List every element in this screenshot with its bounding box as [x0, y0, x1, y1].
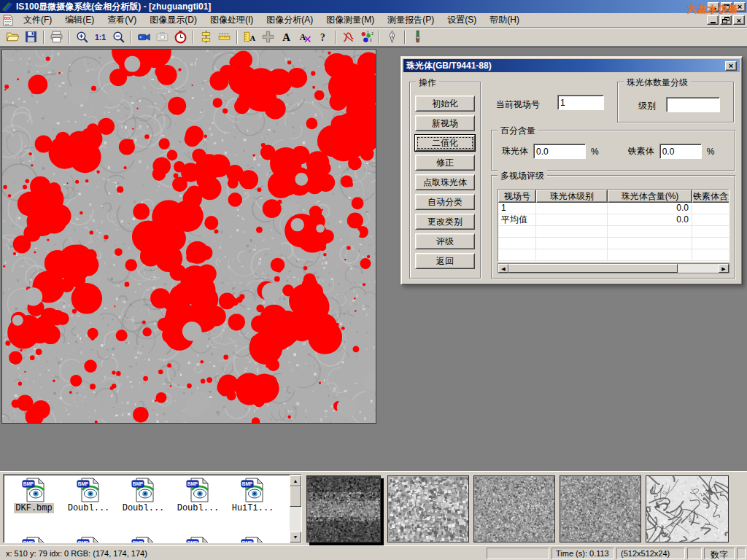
- dialog-button-init[interactable]: 初始化: [415, 96, 475, 112]
- thumbnail-2[interactable]: [387, 475, 469, 542]
- menu-item-help[interactable]: 帮助(H): [483, 12, 526, 28]
- scroll-right-icon[interactable]: ▶: [719, 264, 729, 273]
- dialog-title-bar[interactable]: 珠光体(GB/T9441-88) ×: [403, 59, 740, 72]
- grid-header-1[interactable]: 珠光体级别: [536, 190, 608, 203]
- dialog-button-pick-pearlite[interactable]: 点取珠光体: [415, 174, 475, 190]
- bmp-file-icon: BMP: [22, 537, 47, 543]
- dialog-close-button[interactable]: ×: [725, 61, 737, 71]
- file-item[interactable]: BMP: [7, 537, 61, 543]
- menu-item-edit[interactable]: 编辑(E): [58, 12, 101, 28]
- menu-item-image-measure[interactable]: 图像测量(M): [320, 12, 381, 28]
- tool-help[interactable]: ?: [314, 29, 332, 45]
- pearlite-percent-input[interactable]: [533, 144, 586, 159]
- scroll-down-icon[interactable]: ▼: [290, 532, 301, 542]
- tool-calibration-points[interactable]: 123: [357, 29, 376, 45]
- toolbar-separator: [43, 31, 44, 44]
- file-item[interactable]: BMPHuiTi...: [225, 478, 280, 513]
- calibration-points-icon: 123: [360, 30, 374, 44]
- svg-text:BMP: BMP: [132, 481, 143, 486]
- file-list-scrollbar[interactable]: ▲ ▼: [290, 475, 301, 542]
- menu-item-file[interactable]: 文件(F): [17, 12, 58, 28]
- file-item[interactable]: BMP: [61, 537, 116, 543]
- close-button[interactable]: ×: [734, 2, 746, 12]
- menu-item-measure-report[interactable]: 测量报告(P): [381, 12, 441, 28]
- menu-item-view[interactable]: 查看(V): [101, 12, 143, 28]
- grid-cell: [498, 249, 536, 260]
- file-list[interactable]: BMPDKF.bmpBMPDoubl...BMPDoubl...BMPDoubl…: [3, 474, 302, 543]
- dialog-button-auto-classify[interactable]: 自动分类: [415, 194, 475, 210]
- grid-header-2[interactable]: 珠光体含量(%): [608, 190, 692, 203]
- file-item[interactable]: BMPDoubl...: [171, 478, 225, 513]
- tool-caliper-vertical[interactable]: [197, 29, 215, 45]
- grid-row[interactable]: 10.0: [498, 203, 729, 214]
- file-item[interactable]: BMP: [225, 537, 280, 543]
- menu-item-settings[interactable]: 设置(S): [441, 12, 483, 28]
- minimize-button[interactable]: [708, 2, 719, 12]
- tool-pen[interactable]: [383, 29, 401, 45]
- scrollbar-thumb[interactable]: [508, 264, 678, 273]
- grid-cell: [536, 203, 608, 214]
- tool-print[interactable]: [47, 29, 66, 45]
- mdi-close-button[interactable]: ×: [733, 15, 745, 25]
- thumbnail-3[interactable]: [473, 475, 555, 542]
- dialog-button-change-class[interactable]: 更改类别: [415, 214, 475, 230]
- file-item[interactable]: BMPDoubl...: [61, 478, 116, 513]
- menu-item-image-analysis[interactable]: 图像分析(A): [260, 12, 320, 28]
- tool-brush[interactable]: [409, 29, 427, 45]
- grid-row[interactable]: [498, 226, 729, 238]
- thumbnail-4[interactable]: [560, 475, 641, 542]
- document-icon[interactable]: DOC: [2, 15, 14, 26]
- grade-input[interactable]: [666, 97, 720, 112]
- dialog-button-correct[interactable]: 修正: [415, 155, 475, 171]
- tool-ruler-horizontal[interactable]: [215, 29, 233, 45]
- mdi-restore-button[interactable]: [720, 15, 732, 25]
- dialog-button-grade[interactable]: 评级: [415, 233, 475, 249]
- file-item[interactable]: BMPDoubl...: [116, 478, 171, 513]
- current-field-input[interactable]: [557, 95, 604, 110]
- grid-row[interactable]: 平均值0.0: [498, 214, 729, 226]
- tool-video-camera[interactable]: [135, 29, 153, 45]
- dialog-button-return[interactable]: 返回: [415, 253, 475, 269]
- thumbnail-5[interactable]: [646, 475, 729, 542]
- tool-delete-text[interactable]: A: [295, 29, 314, 45]
- tool-spline-curve[interactable]: [339, 29, 357, 45]
- tool-measure-text[interactable]: A: [241, 29, 259, 45]
- grid-cell: [692, 226, 729, 237]
- grid-row[interactable]: [498, 238, 729, 249]
- tool-move-cross[interactable]: [259, 29, 277, 45]
- grid-row[interactable]: [498, 249, 729, 261]
- grid-cell: [536, 238, 608, 249]
- dialog-button-binarize[interactable]: 二值化: [415, 135, 475, 151]
- file-label: Doubl...: [121, 503, 166, 513]
- save-icon: [24, 30, 38, 44]
- thumbnail-1[interactable]: [306, 475, 381, 542]
- menu-item-image-display[interactable]: 图像显示(D): [143, 12, 204, 28]
- tool-zoom-out[interactable]: [109, 29, 128, 45]
- scroll-up-icon[interactable]: ▲: [290, 475, 301, 486]
- tool-save[interactable]: [22, 29, 40, 45]
- camera-icon: [155, 30, 169, 44]
- mdi-minimize-button[interactable]: [707, 15, 719, 25]
- tool-text[interactable]: A: [277, 29, 295, 45]
- menu-item-image-process[interactable]: 图像处理(I): [204, 12, 260, 28]
- grid-header-0[interactable]: 视场号: [498, 190, 536, 203]
- file-item[interactable]: BMP: [171, 537, 225, 543]
- file-item[interactable]: BMP: [116, 537, 171, 543]
- grid-horizontal-scrollbar[interactable]: ◀ ▶: [498, 263, 729, 273]
- scroll-left-icon[interactable]: ◀: [498, 264, 508, 273]
- tool-camera[interactable]: [153, 29, 171, 45]
- file-item[interactable]: BMPDKF.bmp: [7, 478, 61, 513]
- ferrite-percent-input[interactable]: [659, 144, 702, 159]
- maximize-button[interactable]: [721, 2, 732, 12]
- grid-cell: [536, 226, 608, 237]
- tool-timer[interactable]: [171, 29, 190, 45]
- dialog-button-new-field[interactable]: 新视场: [415, 115, 475, 131]
- metallographic-image[interactable]: [1, 49, 376, 424]
- app-icon: [1, 1, 13, 12]
- tool-zoom-in[interactable]: [73, 29, 91, 45]
- grid-header-3[interactable]: 铁素体含量(%): [692, 190, 729, 203]
- file-label: Doubl...: [66, 503, 112, 513]
- tool-actual-size[interactable]: 1:1: [91, 29, 109, 45]
- tool-open[interactable]: [4, 29, 22, 45]
- scrollbar-thumb[interactable]: [290, 486, 301, 507]
